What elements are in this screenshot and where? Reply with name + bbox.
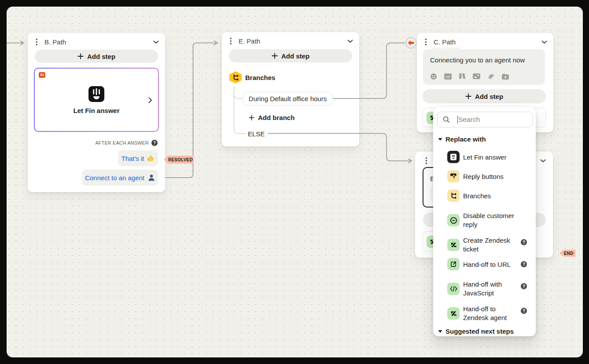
svg-text:GIF: GIF bbox=[446, 75, 450, 78]
